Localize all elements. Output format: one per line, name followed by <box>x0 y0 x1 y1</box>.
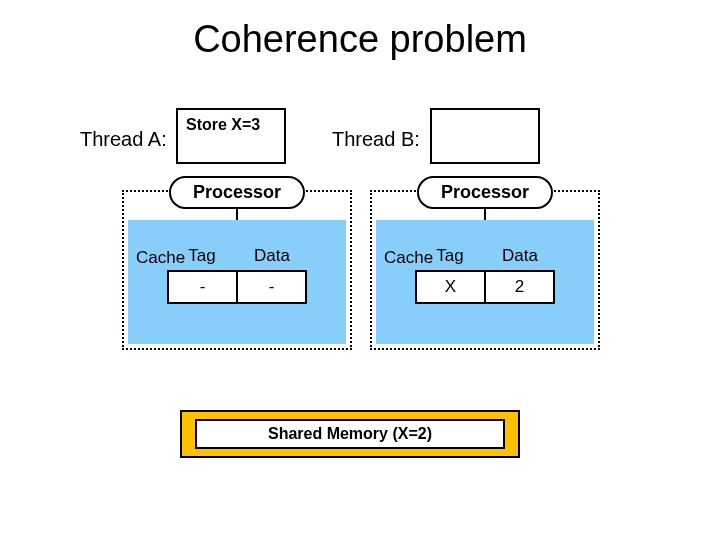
tag-header: Tag <box>415 246 485 270</box>
cache-b-tag: X <box>415 270 486 304</box>
shared-memory-label: Shared Memory (X=2) <box>195 419 504 450</box>
cache-a-data: - <box>238 270 307 304</box>
thread-a-code: Store X=3 <box>186 116 260 133</box>
data-header: Data <box>237 246 307 270</box>
thread-b-label: Thread B: <box>332 128 420 151</box>
thread-a-label: Thread A: <box>80 128 167 151</box>
cache-b-data: 2 <box>486 270 555 304</box>
cache-block-b: Cache Tag Data X 2 <box>376 220 594 344</box>
processor-pill-a: Processor <box>169 176 305 209</box>
cache-a-tag: - <box>167 270 238 304</box>
thread-a-code-box: Store X=3 <box>176 108 286 164</box>
processor-unit-b: Processor Cache Tag Data X 2 <box>370 190 600 350</box>
thread-b-code-box <box>430 108 540 164</box>
processor-pill-b: Processor <box>417 176 553 209</box>
cache-table-b: Tag Data X 2 <box>415 246 555 304</box>
data-header: Data <box>485 246 555 270</box>
cache-table-a: Tag Data - - <box>167 246 307 304</box>
processor-unit-a: Processor Cache Tag Data - - <box>122 190 352 350</box>
cache-block-a: Cache Tag Data - - <box>128 220 346 344</box>
shared-memory-box: Shared Memory (X=2) <box>180 410 520 458</box>
diagram-title: Coherence problem <box>0 18 720 61</box>
tag-header: Tag <box>167 246 237 270</box>
